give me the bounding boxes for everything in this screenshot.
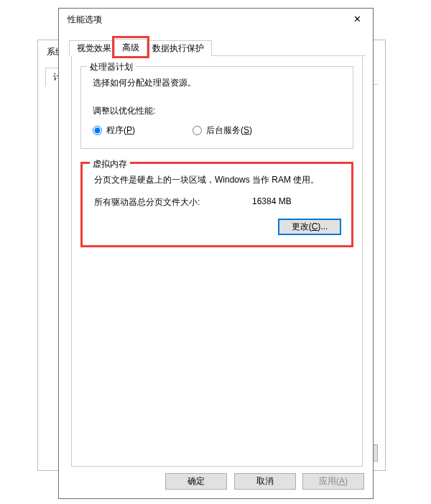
change-button[interactable]: 更改(C)...	[278, 219, 341, 235]
tabbar: 视觉效果 高级 数据执行保护	[69, 39, 366, 56]
radio-programs[interactable]: 程序(P)	[93, 124, 135, 137]
vm-total-value: 16384 MB	[252, 196, 340, 209]
ok-button[interactable]: 确定	[165, 473, 227, 490]
vm-total-label: 所有驱动器总分页文件大小:	[94, 196, 252, 209]
group-title: 处理器计划	[87, 61, 136, 73]
titlebar: 性能选项 ✕	[59, 9, 373, 31]
vm-total-row: 所有驱动器总分页文件大小: 16384 MB	[94, 196, 340, 209]
tab-content: 处理器计划 选择如何分配处理器资源。 调整以优化性能: 程序(P) 后台服务(S…	[71, 56, 363, 467]
vm-desc: 分页文件是硬盘上的一块区域，Windows 当作 RAM 使用。	[94, 174, 341, 186]
dialog-button-row: 确定 取消 应用(A)	[59, 467, 373, 498]
tab-dep[interactable]: 数据执行保护	[144, 40, 212, 56]
group-title: 虚拟内存	[90, 158, 130, 170]
processor-scheduling-group: 处理器计划 选择如何分配处理器资源。 调整以优化性能: 程序(P) 后台服务(S…	[80, 66, 353, 149]
radio-programs-input[interactable]	[93, 126, 102, 135]
radio-programs-label: 程序(P)	[106, 124, 135, 137]
client-area: 视觉效果 高级 数据执行保护 处理器计划 选择如何分配处理器资源。 调整以优化性…	[66, 39, 366, 467]
apply-button[interactable]: 应用(A)	[302, 473, 364, 490]
processor-desc: 选择如何分配处理器资源。	[93, 77, 343, 89]
cancel-button[interactable]: 取消	[234, 473, 296, 490]
tab-visual-effects[interactable]: 视觉效果	[69, 40, 119, 56]
performance-options-dialog: 性能选项 ✕ 视觉效果 高级 数据执行保护 处理器计划 选择如何分配处理器资源。…	[58, 8, 374, 499]
radio-services-label: 后台服务(S)	[206, 124, 252, 137]
radio-row: 程序(P) 后台服务(S)	[93, 124, 343, 137]
radio-services-input[interactable]	[193, 126, 202, 135]
vm-button-row: 更改(C)...	[93, 219, 341, 235]
radio-services[interactable]: 后台服务(S)	[193, 124, 252, 137]
dialog-title: 性能选项	[68, 14, 102, 24]
close-button[interactable]: ✕	[341, 9, 373, 30]
virtual-memory-group: 虚拟内存 分页文件是硬盘上的一块区域，Windows 当作 RAM 使用。 所有…	[80, 162, 353, 247]
adjust-label: 调整以优化性能:	[93, 105, 343, 117]
tab-advanced[interactable]: 高级	[114, 39, 147, 56]
